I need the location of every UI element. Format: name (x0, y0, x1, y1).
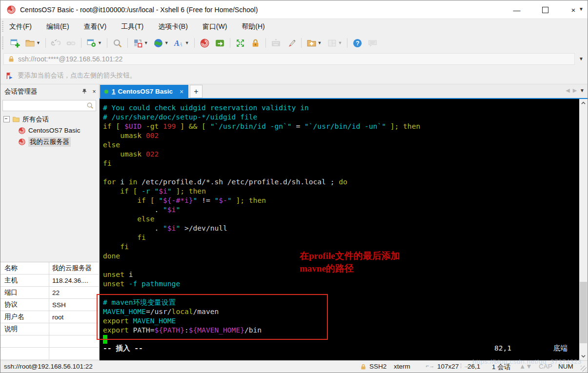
statusbar-protocol: SSH2 (369, 363, 386, 370)
session-search-box[interactable] (2, 100, 96, 111)
address-chevron-down-icon[interactable]: ▼ (579, 56, 584, 61)
transfer-arrange-button[interactable]: ▼ (131, 37, 150, 49)
title-bar[interactable]: CentosOS7 Basic - root@it100000:/usr/loc… (0, 0, 588, 19)
virtual-keyboard-button[interactable] (269, 37, 283, 49)
terminal-line: if [ -r "$i" ]; then (103, 186, 420, 196)
xftp-transfer-button[interactable] (213, 37, 226, 49)
tab-scroll-left-icon[interactable]: ◀ (566, 87, 569, 94)
terminal-scrollbar[interactable] (579, 99, 588, 360)
chevron-down-icon[interactable]: ▼ (144, 40, 148, 45)
terminal-line: umask 022 (103, 149, 420, 158)
help-button[interactable]: ? (351, 37, 364, 49)
terminal-line: if [ $UID -gt 199 ] && [ "`/usr/bin/id -… (103, 121, 420, 131)
terminal-line: # /usr/share/doc/setup-*/uidgid file (103, 112, 420, 121)
new-session-button[interactable] (8, 37, 21, 49)
session-shell-icon (18, 127, 26, 135)
address-bar: ssh://root:****@192.168.56.101:22 ▼ (0, 51, 588, 67)
session-properties-button[interactable]: ▼ (85, 37, 103, 49)
menu-window[interactable]: 窗口(W) (203, 22, 227, 31)
new-session-icon (10, 38, 20, 48)
menu-edit[interactable]: 编辑(E) (46, 22, 69, 31)
session-item-2[interactable]: 我的云服务器 (0, 136, 99, 147)
find-button[interactable] (111, 37, 124, 49)
property-row: 端口22 (0, 287, 99, 299)
feedback-button[interactable] (366, 37, 379, 49)
tree-root-all-sessions[interactable]: 所有会话 (0, 114, 99, 125)
property-value: 我的云服务器 (49, 264, 99, 273)
toolbar-separator (347, 38, 347, 48)
tab-scroll-right-icon[interactable]: ▶ (573, 87, 577, 94)
toolbar-separator (107, 38, 107, 48)
magnifier-icon (112, 38, 122, 48)
chevron-down-icon[interactable]: ▼ (318, 40, 322, 45)
property-label: 名称 (0, 262, 49, 274)
reconnect-icon (66, 38, 76, 48)
tab-centosos7-basic[interactable]: 1 CentosOS7 Basic × (100, 85, 188, 98)
chevron-down-icon[interactable]: ▼ (36, 40, 41, 45)
open-session-button[interactable]: ▼ (23, 37, 42, 49)
property-row: 说明 (0, 323, 99, 335)
panel-close-icon[interactable]: × (89, 88, 99, 95)
annotation-highlight-rectangle (97, 294, 328, 340)
size-icon: ⌐→ (426, 363, 434, 369)
session-properties-grid: 名称我的云服务器主机118.24.36....端口22协议SSH用户名root说… (0, 262, 99, 360)
fullscreen-button[interactable] (234, 37, 247, 49)
session-item-1[interactable]: CentosOS7 Basic (0, 125, 99, 136)
statusbar-lock-icon (360, 364, 366, 372)
chevron-down-icon[interactable]: ▼ (98, 40, 102, 45)
menu-help[interactable]: 帮助(H) (242, 22, 264, 31)
tab-list-chevron-down-icon[interactable]: ▼ (580, 88, 585, 93)
watermark-text: https://blog.csdn.net/qq_37374323 (472, 358, 582, 365)
toolbar-separator (45, 38, 46, 48)
xshell-app-button[interactable] (198, 37, 211, 49)
fullscreen-arrows-icon (235, 38, 245, 48)
terminal-line (103, 168, 420, 177)
session-search-input[interactable] (3, 100, 86, 111)
menu-tools[interactable]: 工具(T) (121, 22, 143, 31)
font-button[interactable]: AA▼ (172, 37, 191, 49)
minimize-button[interactable]: — (503, 0, 531, 19)
tab-close-icon[interactable]: × (180, 88, 183, 96)
vim-file-location: 底端 (553, 344, 568, 353)
property-label (0, 348, 49, 359)
chevron-down-icon[interactable]: ▼ (185, 40, 189, 45)
collapse-icon[interactable] (3, 116, 10, 122)
terminal-line: fi (103, 233, 420, 242)
font-a-icon: AA (174, 38, 184, 48)
web-browser-button[interactable]: ▼ (152, 37, 170, 49)
session-shell-icon (18, 138, 26, 146)
new-tab-button[interactable]: + (190, 85, 203, 98)
address-input[interactable]: ssh://root:****@192.168.56.101:22 (3, 53, 575, 65)
terminal-line: if [ "${-#*i}" != "$-" ]; then (103, 196, 420, 205)
pin-icon[interactable] (80, 88, 89, 96)
property-value: SSH (49, 301, 99, 309)
speech-bubble-icon (367, 38, 378, 48)
property-row: 协议SSH (0, 299, 99, 311)
resize-grip[interactable] (581, 366, 587, 372)
maximize-button[interactable] (531, 0, 559, 19)
disconnect-button[interactable] (49, 37, 62, 49)
lock-screen-button[interactable] (249, 37, 262, 49)
property-value: root (49, 314, 99, 321)
statusbar-terminal-type: xterm (394, 363, 410, 370)
new-tab-group-button[interactable]: ▼ (305, 37, 324, 49)
property-label: 协议 (0, 299, 49, 311)
toolbar-overflow-chevron-down-icon[interactable]: ▼ (579, 6, 584, 12)
open-folder-icon (25, 38, 35, 48)
tab-layout-button[interactable]: ▼ (325, 37, 344, 49)
maximize-icon (542, 7, 548, 13)
window-title: CentosOS7 Basic - root@it100000:/usr/loc… (20, 6, 258, 14)
xshell-logo-icon (200, 38, 210, 48)
annotation-text: 在profile文件的最后添加 mavne的路径 (300, 250, 400, 275)
menu-view[interactable]: 查看(V) (84, 22, 107, 31)
scroll-up-icon[interactable] (579, 99, 588, 107)
tab-label: CentosOS7 Basic (118, 88, 173, 95)
highlight-pen-button[interactable] (284, 37, 298, 49)
menu-tabs[interactable]: 选项卡(B) (158, 22, 188, 31)
chevron-down-icon[interactable]: ▼ (164, 40, 169, 45)
scrollbar-thumb[interactable] (580, 282, 587, 343)
chevron-down-icon[interactable]: ▼ (338, 40, 343, 45)
reconnect-button[interactable] (64, 37, 78, 49)
xshell-logo-icon (6, 5, 16, 15)
menu-file[interactable]: 文件(F) (9, 22, 32, 31)
